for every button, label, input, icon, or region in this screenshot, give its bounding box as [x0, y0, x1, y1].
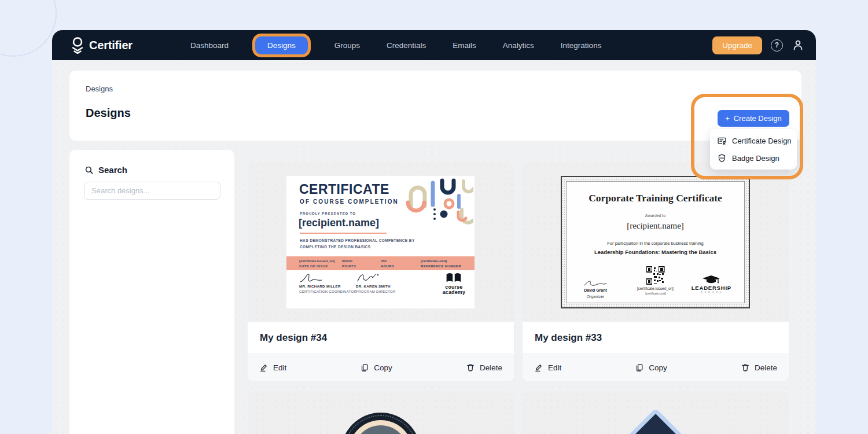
meta-reference: [certificate.uuid] REFERENCE NUMBER [421, 259, 461, 269]
nav-item-emails[interactable]: Emails [453, 41, 476, 50]
search-icon [84, 165, 94, 175]
certificate-corporate-preview: Corporate Training Certificate Awarded t… [561, 176, 750, 308]
page-header-card: Designs Designs [69, 71, 801, 141]
nav-item-integrations[interactable]: Integrations [561, 41, 602, 50]
create-design-button[interactable]: + Create Design [718, 110, 789, 127]
cert-course: Leadership Foundations: Mastering the Ba… [567, 249, 744, 255]
meta-hours: 450 HOURS [381, 259, 394, 269]
edit-icon [259, 363, 269, 372]
round-badge-preview [341, 413, 421, 434]
nav-items: Dashboard Designs Groups Credentials Ema… [190, 36, 602, 54]
cert-title: CERTIFICATE [299, 182, 389, 197]
graduation-cap-icon [698, 274, 724, 284]
design-preview-diamond[interactable] [523, 391, 789, 434]
menu-item-badge-design[interactable]: Badge Design [710, 149, 797, 167]
create-design-label: Create Design [734, 114, 782, 123]
design-preview-34[interactable]: CERTIFICATE OF COURSE COMPLETION PROUDLY… [248, 163, 514, 322]
meta-date: [certificate.issued_on] DATE OF ISSUE [299, 259, 334, 269]
plus-icon: + [725, 114, 730, 123]
search-sidebar: Search [69, 150, 234, 434]
design-title: My design #34 [260, 332, 327, 344]
cert-subtitle: OF COURSE COMPLETION [300, 198, 399, 205]
navbar-right: Upgrade ? [712, 36, 804, 54]
help-icon[interactable]: ? [771, 39, 783, 52]
nav-item-dashboard[interactable]: Dashboard [190, 41, 229, 50]
nav-item-analytics[interactable]: Analytics [503, 41, 534, 50]
nav-item-designs-active[interactable]: Designs [255, 36, 308, 54]
edit-button[interactable]: Edit [259, 363, 286, 372]
certifier-logo[interactable]: Certifier [71, 36, 133, 54]
cert-description: HAS DEMONSTRATED PROFESSIONAL COMPETENCE… [300, 237, 415, 251]
cert-recipient: [recipient.name] [299, 217, 379, 229]
signature-glyph [299, 272, 327, 284]
copy-button[interactable]: Copy [635, 363, 667, 372]
qr-code [646, 266, 665, 285]
breadcrumb[interactable]: Designs [86, 84, 113, 93]
design-card [248, 391, 514, 434]
design-actions: Edit Copy D [248, 354, 514, 381]
certificate-design-icon [717, 136, 727, 146]
cert-presented: PROUDLY PRESENTED TO [300, 212, 356, 215]
cert-underline [300, 233, 387, 234]
design-title: My design #33 [535, 332, 602, 344]
app-window: Certifier Dashboard Designs Groups Crede… [52, 30, 816, 434]
book-icon [445, 272, 462, 284]
signature-glyph [583, 279, 608, 288]
decorative-shapes [405, 178, 473, 231]
design-card: CERTIFICATE OF COURSE COMPLETION PROUDLY… [248, 163, 514, 381]
menu-item-label: Badge Design [732, 154, 779, 163]
upgrade-button[interactable]: Upgrade [712, 36, 762, 54]
delete-icon [466, 363, 475, 372]
cert-title: Corporate Training Certificate [567, 192, 744, 204]
delete-button[interactable]: Delete [466, 363, 502, 372]
background-arc-decoration [0, 0, 57, 57]
page-title: Designs [86, 106, 131, 120]
nav-item-groups[interactable]: Groups [334, 41, 360, 50]
delete-icon [741, 363, 750, 372]
design-card: Corporate Training Certificate Awarded t… [523, 163, 789, 381]
nav-item-credentials[interactable]: Credentials [387, 41, 426, 50]
search-heading: Search [84, 165, 127, 175]
search-title: Search [98, 165, 127, 175]
menu-item-certificate-design[interactable]: Certificate Design [710, 132, 797, 149]
design-card [523, 391, 789, 434]
leadership-logo: LEADERSHIP S C H O O L [692, 274, 731, 294]
certifier-logo-icon [71, 36, 84, 54]
signatory-2: DR. KAREN SMITH PROGRAM DIRECTOR [356, 272, 396, 295]
signatory: David Grant Organizer [583, 279, 608, 300]
search-input[interactable] [84, 182, 220, 200]
certificate-completion-preview: CERTIFICATE OF COURSE COMPLETION PROUDLY… [286, 176, 475, 308]
cert-awarded: Awarded to [567, 214, 744, 218]
badge-design-icon [717, 153, 727, 163]
signatory-1: MR. RICHARD MILLER CERTIFICATION COORDIN… [299, 272, 356, 295]
meta-points: 90/100 POINTS [342, 259, 356, 269]
design-actions: Edit Copy D [523, 354, 789, 381]
user-account-icon[interactable] [792, 39, 804, 52]
design-preview-33[interactable]: Corporate Training Certificate Awarded t… [523, 163, 789, 322]
qr-block: [certificate.issued_on] [certificate.uui… [637, 266, 674, 295]
design-preview-badge[interactable] [248, 391, 514, 434]
create-design-dropdown: Certificate Design Badge Design [710, 129, 797, 170]
cert-recipient: [recipient.name] [567, 221, 744, 231]
top-navbar: Certifier Dashboard Designs Groups Crede… [52, 30, 816, 60]
signature-glyph [356, 272, 382, 284]
edit-icon [534, 363, 543, 372]
edit-button[interactable]: Edit [534, 363, 561, 372]
delete-button[interactable]: Delete [741, 363, 777, 372]
course-academy-logo: course academy [443, 272, 465, 295]
copy-icon [360, 363, 369, 372]
copy-icon [635, 363, 644, 372]
brand-name: Certifier [89, 39, 133, 52]
cert-participation: For participation in the corporate busin… [567, 241, 744, 246]
diamond-badge-preview [616, 408, 695, 434]
menu-item-label: Certificate Design [732, 137, 792, 145]
copy-button[interactable]: Copy [360, 363, 392, 372]
cert-meta-bar: [certificate.issued_on] DATE OF ISSUE 90… [286, 256, 475, 270]
